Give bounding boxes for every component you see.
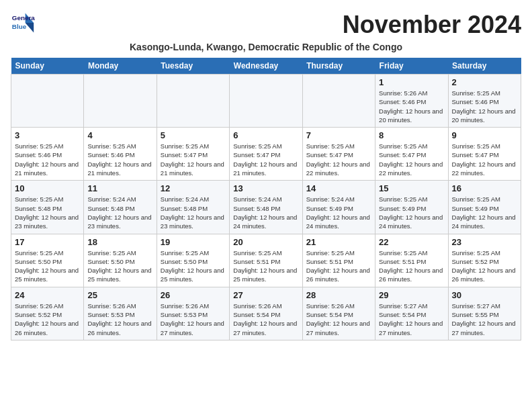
calendar-cell: 4Sunrise: 5:25 AM Sunset: 5:46 PM Daylig… — [84, 128, 157, 181]
day-info: Sunrise: 5:25 AM Sunset: 5:50 PM Dayligh… — [15, 248, 80, 284]
weekday-header-wednesday: Wednesday — [230, 58, 302, 75]
calendar-cell: 14Sunrise: 5:24 AM Sunset: 5:49 PM Dayli… — [302, 181, 375, 234]
day-number: 21 — [306, 237, 371, 247]
day-info: Sunrise: 5:25 AM Sunset: 5:47 PM Dayligh… — [306, 142, 371, 177]
weekday-header-tuesday: Tuesday — [157, 58, 229, 75]
day-number: 6 — [233, 130, 298, 140]
day-number: 16 — [452, 183, 517, 193]
calendar-cell: 6Sunrise: 5:25 AM Sunset: 5:47 PM Daylig… — [230, 128, 302, 181]
calendar-cell — [157, 75, 229, 128]
day-info: Sunrise: 5:27 AM Sunset: 5:54 PM Dayligh… — [379, 302, 444, 337]
day-info: Sunrise: 5:26 AM Sunset: 5:54 PM Dayligh… — [306, 302, 371, 337]
weekday-header-thursday: Thursday — [302, 58, 375, 75]
weekday-header-row: SundayMondayTuesdayWednesdayThursdayFrid… — [11, 58, 521, 75]
weekday-header-friday: Friday — [375, 58, 448, 75]
day-number: 10 — [15, 183, 80, 193]
calendar-cell: 17Sunrise: 5:25 AM Sunset: 5:50 PM Dayli… — [11, 234, 84, 287]
day-number: 17 — [15, 237, 80, 247]
calendar-table: SundayMondayTuesdayWednesdayThursdayFrid… — [11, 58, 521, 340]
calendar-cell: 5Sunrise: 5:25 AM Sunset: 5:47 PM Daylig… — [157, 128, 229, 181]
day-info: Sunrise: 5:25 AM Sunset: 5:51 PM Dayligh… — [233, 248, 298, 284]
day-info: Sunrise: 5:26 AM Sunset: 5:53 PM Dayligh… — [87, 302, 152, 337]
day-number: 8 — [379, 130, 444, 140]
weekday-header-sunday: Sunday — [11, 58, 84, 75]
weekday-header-monday: Monday — [84, 58, 157, 75]
day-number: 12 — [161, 183, 226, 193]
calendar-body: 1Sunrise: 5:26 AM Sunset: 5:46 PM Daylig… — [11, 75, 521, 340]
day-info: Sunrise: 5:25 AM Sunset: 5:48 PM Dayligh… — [15, 195, 80, 230]
calendar-cell: 13Sunrise: 5:24 AM Sunset: 5:48 PM Dayli… — [230, 181, 302, 234]
day-number: 14 — [306, 183, 371, 193]
week-row-4: 17Sunrise: 5:25 AM Sunset: 5:50 PM Dayli… — [11, 234, 521, 287]
calendar-cell: 18Sunrise: 5:25 AM Sunset: 5:50 PM Dayli… — [84, 234, 157, 287]
calendar-cell: 23Sunrise: 5:25 AM Sunset: 5:52 PM Dayli… — [448, 234, 521, 287]
svg-text:Blue: Blue — [12, 23, 27, 30]
calendar-cell — [11, 75, 84, 128]
day-number: 20 — [233, 237, 298, 247]
day-number: 30 — [452, 290, 517, 300]
calendar-cell: 9Sunrise: 5:25 AM Sunset: 5:47 PM Daylig… — [448, 128, 521, 181]
day-info: Sunrise: 5:25 AM Sunset: 5:50 PM Dayligh… — [161, 248, 226, 284]
generalblue-logo-icon: General Blue — [11, 11, 35, 35]
calendar-cell: 10Sunrise: 5:25 AM Sunset: 5:48 PM Dayli… — [11, 181, 84, 234]
day-info: Sunrise: 5:27 AM Sunset: 5:55 PM Dayligh… — [452, 302, 517, 337]
day-info: Sunrise: 5:24 AM Sunset: 5:48 PM Dayligh… — [87, 195, 152, 230]
svg-text:General: General — [12, 14, 35, 21]
day-info: Sunrise: 5:24 AM Sunset: 5:48 PM Dayligh… — [233, 195, 298, 230]
week-row-3: 10Sunrise: 5:25 AM Sunset: 5:48 PM Dayli… — [11, 181, 521, 234]
header: General Blue November 2024 — [11, 11, 521, 39]
calendar-cell: 1Sunrise: 5:26 AM Sunset: 5:46 PM Daylig… — [375, 75, 448, 128]
day-info: Sunrise: 5:26 AM Sunset: 5:53 PM Dayligh… — [161, 302, 226, 337]
day-number: 13 — [233, 183, 298, 193]
day-info: Sunrise: 5:25 AM Sunset: 5:46 PM Dayligh… — [452, 89, 517, 124]
day-info: Sunrise: 5:25 AM Sunset: 5:51 PM Dayligh… — [306, 248, 371, 284]
day-info: Sunrise: 5:24 AM Sunset: 5:49 PM Dayligh… — [306, 195, 371, 230]
day-info: Sunrise: 5:26 AM Sunset: 5:54 PM Dayligh… — [233, 302, 298, 337]
day-number: 29 — [379, 290, 444, 300]
calendar-cell: 22Sunrise: 5:25 AM Sunset: 5:51 PM Dayli… — [375, 234, 448, 287]
day-number: 19 — [161, 237, 226, 247]
day-number: 7 — [306, 130, 371, 140]
week-row-1: 1Sunrise: 5:26 AM Sunset: 5:46 PM Daylig… — [11, 75, 521, 128]
calendar-cell — [84, 75, 157, 128]
day-number: 15 — [379, 183, 444, 193]
day-number: 1 — [379, 77, 444, 87]
day-info: Sunrise: 5:25 AM Sunset: 5:46 PM Dayligh… — [87, 142, 152, 177]
day-number: 18 — [87, 237, 152, 247]
month-title: November 2024 — [343, 11, 521, 39]
logo: General Blue — [11, 11, 35, 35]
day-number: 26 — [161, 290, 226, 300]
calendar-cell: 19Sunrise: 5:25 AM Sunset: 5:50 PM Dayli… — [157, 234, 229, 287]
day-info: Sunrise: 5:24 AM Sunset: 5:48 PM Dayligh… — [161, 195, 226, 230]
day-number: 5 — [161, 130, 226, 140]
calendar-cell: 29Sunrise: 5:27 AM Sunset: 5:54 PM Dayli… — [375, 287, 448, 340]
day-info: Sunrise: 5:25 AM Sunset: 5:51 PM Dayligh… — [379, 248, 444, 284]
day-number: 24 — [15, 290, 80, 300]
day-info: Sunrise: 5:25 AM Sunset: 5:49 PM Dayligh… — [379, 195, 444, 230]
day-number: 3 — [15, 130, 80, 140]
day-number: 23 — [452, 237, 517, 247]
day-info: Sunrise: 5:25 AM Sunset: 5:52 PM Dayligh… — [452, 248, 517, 284]
calendar-cell: 12Sunrise: 5:24 AM Sunset: 5:48 PM Dayli… — [157, 181, 229, 234]
calendar-header: SundayMondayTuesdayWednesdayThursdayFrid… — [11, 58, 521, 75]
day-number: 25 — [87, 290, 152, 300]
calendar-cell: 21Sunrise: 5:25 AM Sunset: 5:51 PM Dayli… — [302, 234, 375, 287]
day-number: 4 — [87, 130, 152, 140]
day-info: Sunrise: 5:26 AM Sunset: 5:46 PM Dayligh… — [379, 89, 444, 124]
calendar-cell: 11Sunrise: 5:24 AM Sunset: 5:48 PM Dayli… — [84, 181, 157, 234]
day-info: Sunrise: 5:25 AM Sunset: 5:50 PM Dayligh… — [87, 248, 152, 284]
day-info: Sunrise: 5:25 AM Sunset: 5:47 PM Dayligh… — [379, 142, 444, 177]
calendar-cell — [302, 75, 375, 128]
day-info: Sunrise: 5:25 AM Sunset: 5:47 PM Dayligh… — [233, 142, 298, 177]
calendar-cell: 30Sunrise: 5:27 AM Sunset: 5:55 PM Dayli… — [448, 287, 521, 340]
calendar-cell: 20Sunrise: 5:25 AM Sunset: 5:51 PM Dayli… — [230, 234, 302, 287]
day-info: Sunrise: 5:25 AM Sunset: 5:46 PM Dayligh… — [15, 142, 80, 177]
calendar-cell: 2Sunrise: 5:25 AM Sunset: 5:46 PM Daylig… — [448, 75, 521, 128]
calendar-cell: 3Sunrise: 5:25 AM Sunset: 5:46 PM Daylig… — [11, 128, 84, 181]
day-info: Sunrise: 5:25 AM Sunset: 5:47 PM Dayligh… — [161, 142, 226, 177]
day-number: 2 — [452, 77, 517, 87]
day-number: 9 — [452, 130, 517, 140]
week-row-5: 24Sunrise: 5:26 AM Sunset: 5:52 PM Dayli… — [11, 287, 521, 340]
calendar-cell — [230, 75, 302, 128]
calendar-cell: 7Sunrise: 5:25 AM Sunset: 5:47 PM Daylig… — [302, 128, 375, 181]
